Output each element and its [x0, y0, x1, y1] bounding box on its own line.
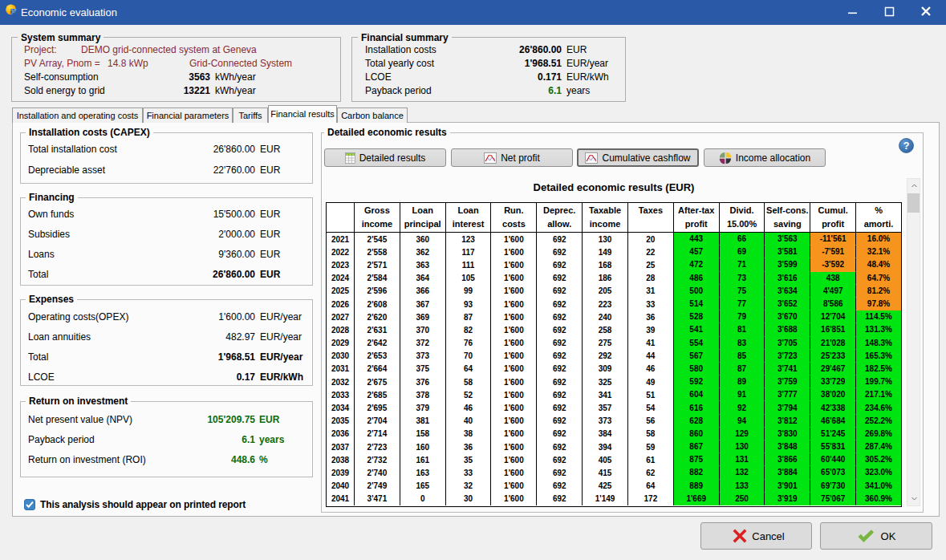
- svg-text:?: ?: [903, 140, 910, 152]
